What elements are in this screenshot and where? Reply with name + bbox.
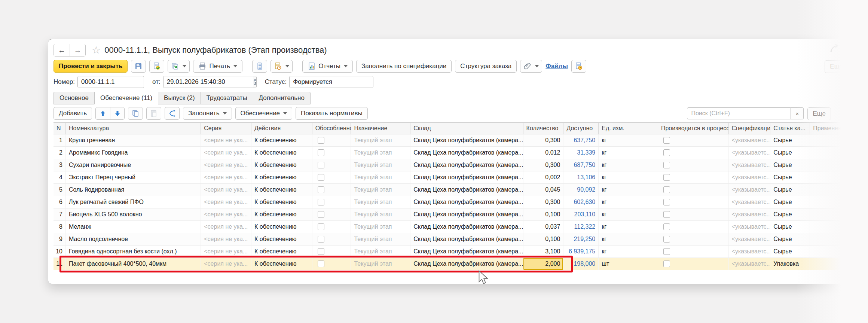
cell-series[interactable]: <серия не ука... bbox=[201, 147, 251, 159]
cell-n[interactable]: 7 bbox=[54, 208, 66, 220]
table-row[interactable]: 8Меланж<серия не ука...К обеспечениюТеку… bbox=[54, 221, 841, 233]
cell-purpose[interactable]: Текущий этап bbox=[351, 221, 410, 233]
cell-produced[interactable] bbox=[658, 208, 729, 220]
cell-unit[interactable]: кг bbox=[599, 171, 658, 183]
cell-produced[interactable] bbox=[658, 159, 729, 171]
cell-name[interactable]: Экстракт Перец черный bbox=[66, 171, 201, 183]
cell-separate[interactable] bbox=[312, 159, 351, 171]
fill-menu-button[interactable]: Заполнить bbox=[183, 107, 232, 120]
order-structure-button[interactable]: Структура заказа bbox=[455, 60, 517, 73]
cell-usage[interactable] bbox=[810, 246, 841, 258]
cell-qty[interactable]: 2,000 bbox=[523, 258, 564, 270]
table-row[interactable]: 10Говядина односортная без кости (охл.)<… bbox=[54, 246, 841, 258]
copy-row-button[interactable] bbox=[128, 107, 143, 120]
cell-action[interactable]: К обеспечению bbox=[251, 221, 312, 233]
date-field[interactable] bbox=[163, 76, 253, 88]
cell-cost_item[interactable]: Сырье bbox=[770, 196, 810, 208]
commandbar-more-button[interactable]: Еще bbox=[825, 60, 846, 73]
cell-usage[interactable] bbox=[810, 159, 841, 171]
history-button[interactable] bbox=[571, 60, 586, 73]
cell-series[interactable]: <серия не ука... bbox=[201, 208, 251, 220]
cell-unit[interactable]: кг bbox=[599, 134, 658, 146]
cell-warehouse[interactable]: Склад Цеха полуфабрикатов (камера... bbox=[410, 171, 523, 183]
cell-n[interactable]: 5 bbox=[54, 184, 66, 196]
cell-unit[interactable]: кг bbox=[599, 184, 658, 196]
document-log-button[interactable] bbox=[271, 60, 293, 73]
cell-action[interactable]: К обеспечению bbox=[251, 159, 312, 171]
drag-order-button[interactable] bbox=[165, 107, 180, 120]
cell-purpose[interactable]: Текущий этап bbox=[351, 159, 410, 171]
cell-qty[interactable]: 0,300 bbox=[523, 159, 564, 171]
table-row[interactable]: 1Крупа гречневая<серия не ука...К обеспе… bbox=[54, 134, 841, 147]
cell-unit[interactable]: кг bbox=[599, 147, 658, 159]
cell-spec[interactable]: <указываетс... bbox=[729, 258, 771, 270]
separate-checkbox[interactable] bbox=[318, 174, 324, 181]
search-clear-button[interactable]: × bbox=[791, 107, 804, 119]
cell-spec[interactable]: <указываетс... bbox=[729, 147, 771, 159]
cell-cost_item[interactable]: Сырье bbox=[770, 171, 810, 183]
produced-checkbox[interactable] bbox=[663, 149, 670, 156]
tab-2[interactable]: Выпуск (2) bbox=[158, 92, 201, 104]
cell-produced[interactable] bbox=[658, 134, 729, 146]
cell-cost_item[interactable]: Сырье bbox=[770, 134, 810, 146]
cell-usage[interactable] bbox=[810, 184, 841, 196]
cell-n[interactable]: 2 bbox=[54, 147, 66, 159]
cell-action[interactable]: К обеспечению bbox=[251, 171, 312, 183]
cell-name[interactable]: Говядина односортная без кости (охл.) bbox=[66, 246, 201, 258]
cell-n[interactable]: 11 bbox=[54, 258, 66, 270]
cell-n[interactable]: 1 bbox=[54, 134, 66, 146]
cell-cost_item[interactable]: Сырье bbox=[770, 147, 810, 159]
cell-n[interactable]: 3 bbox=[54, 159, 66, 171]
separate-checkbox[interactable] bbox=[318, 137, 324, 144]
cell-series[interactable]: <серия не ука... bbox=[201, 246, 251, 258]
produced-checkbox[interactable] bbox=[663, 236, 670, 243]
attachments-button[interactable] bbox=[520, 60, 542, 73]
cell-cost_item[interactable]: Сырье bbox=[770, 159, 810, 171]
cell-produced[interactable] bbox=[658, 246, 729, 258]
cell-unit[interactable]: кг bbox=[599, 196, 658, 208]
cell-usage[interactable] bbox=[810, 221, 841, 233]
cell-action[interactable]: К обеспечению bbox=[251, 184, 312, 196]
cell-available[interactable]: 13,106 bbox=[563, 171, 599, 183]
cell-separate[interactable] bbox=[312, 246, 351, 258]
separate-checkbox[interactable] bbox=[318, 162, 324, 168]
cell-unit[interactable]: кг bbox=[599, 208, 658, 220]
cell-usage[interactable] bbox=[810, 233, 841, 245]
produced-checkbox[interactable] bbox=[663, 248, 670, 255]
table-row[interactable]: 7Биоцель XLG 500 волокно<серия не ука...… bbox=[54, 208, 841, 221]
table-row[interactable]: 5Соль йодированная<серия не ука...К обес… bbox=[54, 184, 841, 196]
produced-checkbox[interactable] bbox=[663, 199, 670, 205]
cell-separate[interactable] bbox=[312, 221, 351, 233]
cell-usage[interactable] bbox=[810, 196, 841, 208]
cell-separate[interactable] bbox=[312, 233, 351, 245]
cell-series[interactable]: <серия не ука... bbox=[201, 134, 251, 146]
post-and-close-button[interactable]: Провести и закрыть bbox=[54, 60, 128, 73]
reports-button[interactable]: Отчеты bbox=[302, 60, 353, 73]
produced-checkbox[interactable] bbox=[663, 174, 670, 181]
cell-spec[interactable]: <указываетс... bbox=[729, 246, 771, 258]
cell-cost_item[interactable]: Сырье bbox=[770, 246, 810, 258]
search-input[interactable] bbox=[687, 107, 791, 119]
cell-name[interactable]: Крупа гречневая bbox=[66, 134, 201, 146]
produced-checkbox[interactable] bbox=[663, 211, 670, 218]
register-records-button[interactable] bbox=[252, 60, 267, 73]
show-norms-button[interactable]: Показать нормативы bbox=[296, 107, 368, 120]
cell-produced[interactable] bbox=[658, 221, 729, 233]
cell-n[interactable]: 8 bbox=[54, 221, 66, 233]
table-row[interactable]: 3Сухари панировочные<серия не ука...К об… bbox=[54, 159, 841, 171]
cell-purpose[interactable]: Текущий этап bbox=[351, 258, 410, 270]
cell-unit[interactable]: кг bbox=[599, 159, 658, 171]
produced-checkbox[interactable] bbox=[663, 137, 670, 144]
cell-qty[interactable]: 3,100 bbox=[523, 246, 564, 258]
cell-separate[interactable] bbox=[312, 208, 351, 220]
table-row[interactable]: 2Аромамикс Говядина<серия не ука...К обе… bbox=[54, 147, 841, 159]
post-button[interactable] bbox=[149, 60, 164, 73]
add-row-button[interactable]: Добавить bbox=[54, 107, 92, 120]
cell-spec[interactable]: <указываетс... bbox=[729, 184, 771, 196]
cell-separate[interactable] bbox=[312, 184, 351, 196]
cell-series[interactable]: <серия не ука... bbox=[201, 258, 251, 270]
cell-separate[interactable] bbox=[312, 134, 351, 146]
table-row[interactable]: 6Лук репчатый свежий ПФО<серия не ука...… bbox=[54, 196, 841, 208]
cell-purpose[interactable]: Текущий этап bbox=[351, 147, 410, 159]
cell-separate[interactable] bbox=[312, 171, 351, 183]
